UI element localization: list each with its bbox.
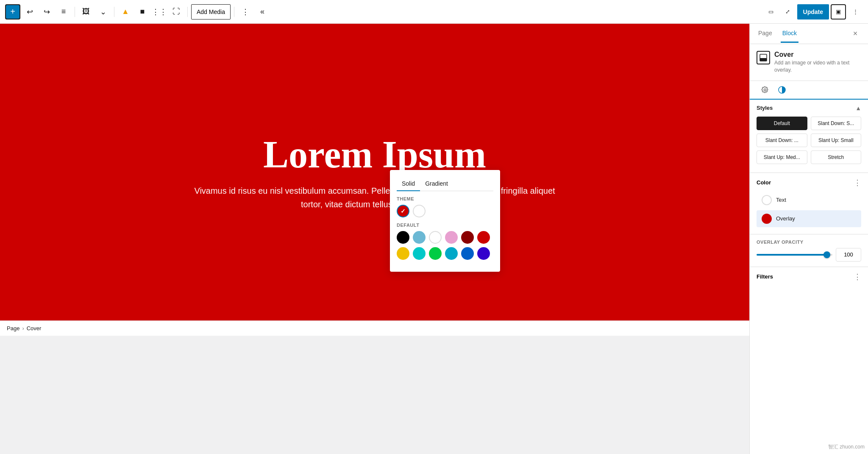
style-slant-up-small[interactable]: Slant Up: Small: [811, 134, 862, 147]
cover-block-icon: [760, 54, 767, 61]
breadcrumb-bar: Page › Cover: [0, 320, 749, 336]
filters-more-icon[interactable]: ⋮: [854, 272, 861, 281]
swatch-yellow[interactable]: [397, 247, 409, 260]
fullscreen-icon: ⛶: [172, 7, 180, 16]
more-options-button[interactable]: ⋮: [238, 4, 253, 19]
more-right-icon: ⋮: [853, 8, 858, 15]
filters-title: Filters: [757, 273, 773, 280]
icon-tab-styles[interactable]: [773, 81, 790, 100]
color-item-overlay[interactable]: Overlay: [757, 210, 861, 227]
image-button[interactable]: 🖼: [78, 4, 94, 19]
swatch-pink[interactable]: [445, 231, 458, 244]
tab-block[interactable]: Block: [781, 25, 798, 43]
desktop-view-button[interactable]: ▭: [763, 4, 779, 19]
cover-block[interactable]: Lorem Ipsum Vivamus id risus eu nisl ves…: [0, 24, 749, 320]
color-section: Color ⋮ Text Overlay: [750, 173, 868, 234]
opacity-slider[interactable]: [757, 254, 832, 256]
swatch-dark-red[interactable]: [461, 231, 474, 244]
cover-subtitle: Vivamus id risus eu nisl vestibulum accu…: [184, 184, 565, 211]
breadcrumb-page[interactable]: Page: [7, 325, 19, 331]
external-icon: ⤢: [785, 8, 790, 15]
styles-section-header[interactable]: Styles ▲: [757, 105, 861, 111]
styles-collapse-icon: ▲: [855, 105, 861, 111]
style-default[interactable]: Default: [757, 117, 807, 130]
swatch-cyan[interactable]: [413, 247, 426, 260]
color-item-text[interactable]: Text: [757, 192, 861, 209]
separator-2: [114, 7, 114, 17]
sidebar-header: Page Block ×: [750, 24, 868, 44]
swatch-cyan-light[interactable]: [413, 231, 426, 244]
collapse-icon: «: [260, 7, 264, 16]
undo-button[interactable]: ↩: [22, 4, 37, 19]
list-view-button[interactable]: ≡: [56, 4, 71, 19]
warning-button[interactable]: ▲: [118, 4, 133, 19]
square-button[interactable]: ■: [135, 4, 150, 19]
swatch-blue[interactable]: [461, 247, 474, 260]
watermark: 智汇 zhuon.com: [828, 443, 865, 451]
grid-icon: ⋮⋮: [152, 7, 167, 17]
swatch-green[interactable]: [429, 247, 442, 260]
warning-icon: ▲: [122, 7, 129, 16]
canvas-area: Lorem Ipsum Vivamus id risus eu nisl ves…: [0, 24, 749, 454]
opacity-control: [757, 248, 861, 262]
styles-grid: Default Slant Down: S... Slant Down: ...…: [757, 117, 861, 164]
sidebar-icon-tabs: [750, 81, 868, 100]
grid-button[interactable]: ⋮⋮: [152, 4, 167, 19]
add-media-button[interactable]: Add Media: [191, 4, 231, 19]
fullscreen-button[interactable]: ⛶: [169, 4, 184, 19]
filters-header: Filters ⋮: [757, 272, 861, 281]
sidebar-close-button[interactable]: ×: [849, 28, 861, 40]
block-info: Cover Add an image or video with a text …: [750, 44, 868, 81]
redo-button[interactable]: ↪: [39, 4, 54, 19]
list-icon: ≡: [61, 7, 66, 16]
chevron-icon: ⌄: [100, 7, 106, 17]
add-block-button[interactable]: +: [5, 4, 20, 19]
swatch-teal[interactable]: [445, 247, 458, 260]
color-more-icon[interactable]: ⋮: [854, 178, 861, 187]
default-label: DEFAULT: [397, 223, 493, 228]
style-stretch[interactable]: Stretch: [811, 150, 862, 164]
sidebar-toggle-button[interactable]: ▣: [831, 4, 846, 19]
chevron-button[interactable]: ⌄: [95, 4, 111, 19]
style-slant-down-dots[interactable]: Slant Down: ...: [757, 134, 807, 147]
cover-title: Lorem Ipsum: [263, 134, 486, 175]
sidebar-icon: ▣: [836, 8, 841, 15]
block-text-info: Cover Add an image or video with a text …: [774, 51, 861, 74]
swatch-indigo[interactable]: [477, 247, 490, 260]
opacity-label: OVERLAY OPACITY: [757, 240, 861, 245]
style-slant-down-s[interactable]: Slant Down: S...: [811, 117, 862, 130]
svg-rect-1: [760, 58, 767, 61]
external-view-button[interactable]: ⤢: [780, 4, 796, 19]
redo-icon: ↪: [44, 7, 50, 17]
square-icon: ■: [140, 7, 145, 16]
color-section-title: Color: [757, 179, 771, 186]
styles-icon: [778, 86, 786, 94]
tab-page[interactable]: Page: [757, 25, 774, 43]
swatch-white2[interactable]: [429, 231, 442, 244]
block-info-header: Cover Add an image or video with a text …: [757, 51, 861, 74]
separator-3: [187, 7, 188, 17]
toolbar: + ↩ ↪ ≡ 🖼 ⌄ ▲ ■ ⋮⋮ ⛶ Add Media ⋮ « ▭ ⤢: [0, 0, 868, 24]
gradient-tab[interactable]: Gradient: [420, 177, 453, 191]
text-color-dot: [762, 195, 772, 205]
more-right-button[interactable]: ⋮: [848, 4, 863, 19]
style-slant-up-med[interactable]: Slant Up: Med...: [757, 150, 807, 164]
update-button[interactable]: Update: [797, 4, 829, 19]
opacity-section: OVERLAY OPACITY: [750, 234, 868, 267]
theme-swatch-white[interactable]: [413, 205, 426, 217]
opacity-input[interactable]: [836, 248, 861, 262]
block-desc: Add an image or video with a text overla…: [774, 59, 861, 74]
collapse-button[interactable]: «: [255, 4, 270, 19]
icon-tab-settings[interactable]: [757, 81, 773, 100]
swatch-black[interactable]: [397, 231, 409, 244]
swatch-red2[interactable]: [477, 231, 490, 244]
theme-swatch-red[interactable]: [397, 205, 409, 217]
breadcrumb-separator: ›: [22, 325, 24, 331]
solid-tab[interactable]: Solid: [397, 177, 420, 191]
image-icon: 🖼: [82, 7, 90, 16]
block-icon: [757, 51, 770, 64]
styles-section-title: Styles: [757, 105, 773, 111]
styles-section: Styles ▲ Default Slant Down: S... Slant …: [750, 100, 868, 173]
separator-4: [234, 7, 234, 17]
plus-icon: +: [6, 5, 19, 19]
